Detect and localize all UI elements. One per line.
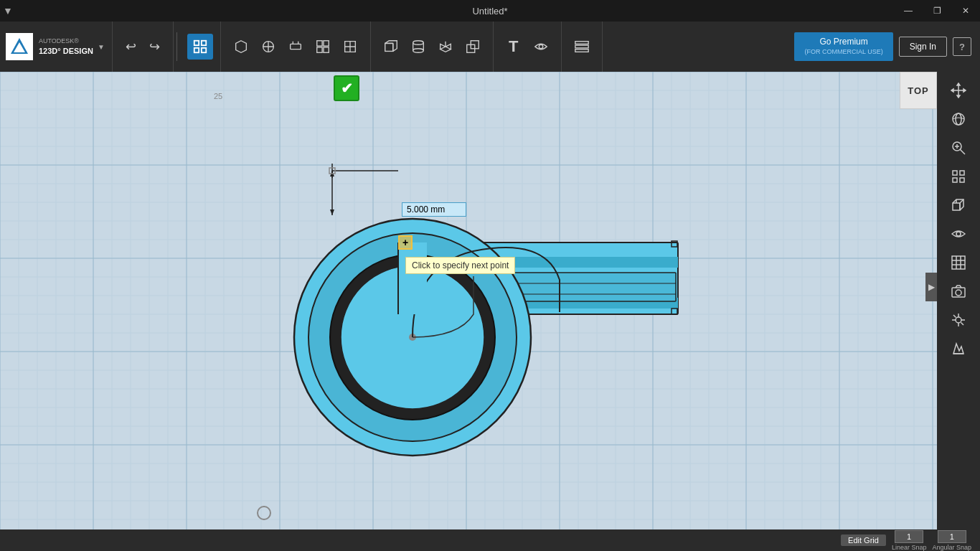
go-premium-button[interactable]: Go Premium (FOR COMMERCIAL USE) [794, 32, 892, 60]
undo-redo-group: ↩ ↪ [113, 22, 174, 72]
dimension-input-container [402, 202, 466, 217]
zoom-button[interactable] [946, 135, 971, 161]
collapse-panel-button[interactable]: ▶ [925, 273, 937, 301]
angular-snap-label: Angular Snap [932, 544, 971, 551]
linear-snap-input[interactable] [895, 530, 923, 543]
svg-rect-4 [194, 48, 199, 52]
help-button[interactable]: ? [953, 37, 971, 56]
autodesk-logo [6, 33, 33, 60]
svg-rect-61 [953, 171, 957, 175]
view-button[interactable] [946, 221, 971, 247]
tooltip: Click to specify next point [405, 257, 515, 274]
cylinder-tool[interactable] [405, 34, 431, 60]
3d-tools [371, 22, 494, 72]
svg-rect-12 [317, 47, 322, 52]
select-tool[interactable] [187, 34, 213, 60]
logo-dropdown-arrow[interactable]: ▼ [98, 43, 105, 51]
app-name: AUTODESK® 123D° DESIGN [39, 37, 93, 56]
logo-area[interactable]: AUTODESK® 123D° DESIGN ▼ [0, 22, 113, 72]
text-tool[interactable]: T [501, 34, 527, 60]
linear-snap-label: Linear Snap [892, 544, 927, 551]
angular-snap-group: Angular Snap [932, 530, 971, 551]
svg-rect-26 [575, 50, 588, 52]
svg-point-77 [956, 317, 961, 323]
svg-rect-65 [953, 203, 960, 210]
layers-tool[interactable] [569, 34, 595, 60]
modify-tool[interactable] [283, 34, 308, 60]
svg-marker-52 [957, 95, 960, 98]
linear-snap-group: Linear Snap [892, 530, 927, 551]
svg-rect-10 [317, 41, 322, 46]
minimize-button[interactable]: — [894, 0, 923, 22]
material-button[interactable] [946, 336, 971, 362]
3d-object [273, 194, 689, 469]
svg-rect-11 [324, 41, 329, 46]
boolean-tool[interactable] [460, 34, 486, 60]
main-toolbar: AUTODESK® 123D° DESIGN ▼ ↩ ↪ [0, 22, 980, 72]
svg-point-55 [953, 113, 964, 125]
svg-rect-62 [960, 171, 964, 175]
pan-button[interactable] [946, 77, 971, 103]
svg-rect-14 [385, 43, 393, 51]
window-controls: — ❐ ✕ [894, 0, 980, 22]
window-title: Untitled* [472, 6, 507, 17]
app-menu-arrow[interactable]: ▼ [3, 5, 13, 17]
snap-settings-button[interactable] [946, 307, 971, 333]
right-toolbar: Go Premium (FOR COMMERCIAL USE) Sign In … [794, 32, 980, 60]
svg-rect-3 [202, 41, 206, 45]
cursor-crosshair [398, 235, 413, 250]
svg-rect-13 [324, 47, 329, 52]
svg-rect-2 [194, 41, 199, 45]
primitives-tool[interactable] [255, 34, 281, 60]
close-button[interactable]: ✕ [951, 0, 980, 22]
svg-rect-64 [960, 178, 964, 182]
sketch-tool[interactable] [228, 34, 254, 60]
svg-rect-63 [953, 178, 957, 182]
title-bar: ▼ Untitled* — ❐ ✕ [0, 0, 980, 22]
svg-line-83 [961, 323, 964, 326]
pattern-tool[interactable] [310, 34, 336, 60]
viewport[interactable]: 25 25 50 [0, 72, 961, 551]
svg-point-56 [956, 113, 961, 125]
dimension-input[interactable] [402, 202, 466, 217]
svg-point-76 [956, 290, 961, 296]
primitives-tools [221, 22, 371, 72]
svg-rect-70 [952, 256, 965, 269]
svg-point-23 [539, 44, 543, 49]
svg-rect-5 [202, 48, 206, 52]
grid-label-25-top: 25 [214, 92, 222, 100]
grid-toggle-button[interactable] [946, 250, 971, 276]
transform-tools [180, 22, 221, 72]
perspective-button[interactable] [946, 192, 971, 218]
layer-tools [562, 22, 603, 72]
right-panel [937, 72, 980, 551]
svg-marker-51 [957, 83, 960, 85]
shape-svg [273, 194, 689, 466]
orbit-button[interactable] [946, 106, 971, 132]
maximize-button[interactable]: ❐ [923, 0, 951, 22]
redo-button[interactable]: ↪ [145, 36, 164, 57]
svg-rect-41 [398, 242, 427, 314]
box-tool[interactable] [378, 34, 404, 60]
bottom-bar: Edit Grid Linear Snap Angular Snap [0, 529, 980, 551]
undo-button[interactable]: ↩ [121, 36, 141, 57]
frame-button[interactable] [946, 164, 971, 189]
confirm-button[interactable]: ✔ [334, 75, 359, 101]
angular-snap-input[interactable] [938, 530, 966, 543]
screenshot-button[interactable] [946, 278, 971, 304]
snap-tool[interactable] [337, 34, 363, 60]
extrude-tool[interactable] [433, 34, 458, 60]
svg-rect-7 [291, 44, 301, 49]
svg-rect-25 [575, 45, 588, 48]
view-indicator-button[interactable]: TOP [900, 72, 937, 109]
measure-tool[interactable] [528, 34, 554, 60]
svg-line-58 [960, 149, 965, 154]
text-tools: T [494, 22, 562, 72]
svg-marker-54 [963, 89, 966, 92]
svg-line-82 [953, 315, 956, 318]
svg-point-20 [413, 49, 424, 53]
svg-point-17 [413, 41, 424, 45]
svg-rect-24 [575, 42, 588, 44]
sign-in-button[interactable]: Sign In [899, 37, 947, 57]
edit-grid-button[interactable]: Edit Grid [841, 534, 886, 546]
